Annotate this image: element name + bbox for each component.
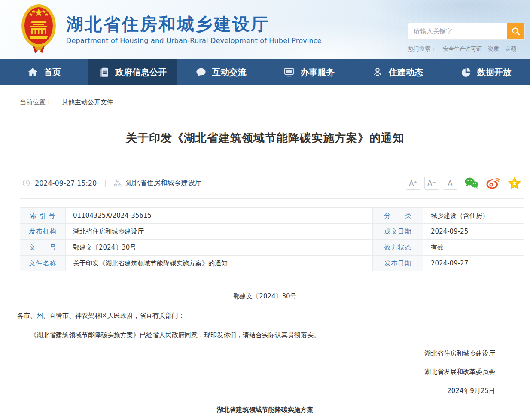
validity-label: 效力状态 xyxy=(373,240,423,256)
doc-number-label: 文 号 xyxy=(20,240,66,256)
site-title[interactable]: 湖北省住房和城乡建设厅 xyxy=(66,15,322,33)
table-row: 发布机构 湖北省住房和城乡建设厅 成文日期 2024-09-25 xyxy=(20,224,524,240)
site-header: 湖北省住房和城乡建设厅 Department of Housing and Ur… xyxy=(0,0,530,59)
body-paragraph: 《湖北省建筑领域节能降碳实施方案》已经省人民政府同意，现印发你们，请结合实际认真… xyxy=(17,331,513,340)
article-title: 关于印发《湖北省建筑领域节能降碳实施方案》的通知 xyxy=(26,131,504,146)
clock-icon xyxy=(22,179,30,187)
validity-value: 有效 xyxy=(423,240,524,256)
signer: 湖北省发展和改革委员会 xyxy=(17,368,513,377)
index-number-value: 01104325X/2024-35615 xyxy=(66,208,373,224)
breadcrumb-current[interactable]: 其他主动公开文件 xyxy=(62,98,113,106)
file-name-label: 文件名称 xyxy=(20,256,66,271)
font-reset-button[interactable]: A xyxy=(443,177,457,190)
hot-search-link[interactable]: 资质 xyxy=(488,45,499,53)
article-source: 湖北省住房和城乡建设厅 xyxy=(126,179,202,188)
nav-item-label: 住建动态 xyxy=(389,67,423,78)
search-button[interactable] xyxy=(507,23,524,39)
nav-item-interaction[interactable]: 互动交流 xyxy=(177,59,265,85)
qzone-star-icon[interactable] xyxy=(508,177,521,189)
nav-item-open-data[interactable]: 数据开放 xyxy=(442,59,530,85)
wechat-share-icon[interactable] xyxy=(464,177,479,189)
hot-search-link[interactable]: 定额 xyxy=(505,45,516,53)
national-emblem-logo xyxy=(20,3,58,56)
index-number-label: 索 引 号 xyxy=(20,208,66,224)
person-award-icon xyxy=(372,67,383,78)
issuer-value: 湖北省住房和城乡建设厅 xyxy=(66,224,373,240)
signer: 湖北省住房和城乡建设厅 xyxy=(17,349,513,358)
hot-search-link[interactable]: 安全生产许可证 xyxy=(443,45,482,53)
national-emblem-icon xyxy=(20,3,58,54)
written-date-label: 成文日期 xyxy=(373,224,423,240)
file-name-value: 关于印发《湖北省建筑领域节能降碳实施方案》的通知 xyxy=(66,256,373,271)
breadcrumb-label: 当前位置： xyxy=(20,98,52,106)
font-increase-button[interactable]: A⁺ xyxy=(406,177,420,190)
nav-item-label: 办事服务 xyxy=(300,67,335,78)
sign-date: 2024年9月25日 xyxy=(17,387,513,396)
nav-item-news[interactable]: 住建动态 xyxy=(353,59,442,85)
nav-item-home[interactable]: 首页 xyxy=(0,59,88,85)
document-icon xyxy=(98,67,110,78)
search-input[interactable] xyxy=(408,23,507,39)
category-value: 城乡建设（含住房） xyxy=(423,208,524,224)
monitor-icon xyxy=(283,67,295,78)
pie-chart-icon xyxy=(460,67,472,78)
home-icon xyxy=(27,67,38,78)
document-info-table: 索 引 号 01104325X/2024-35615 分 类 城乡建设（含住房）… xyxy=(20,207,524,271)
table-row: 文 号 鄂建文〔2024〕30号 效力状态 有效 xyxy=(20,240,524,256)
document-body: 鄂建文〔2024〕30号 各市、州、直管市、神农架林区人民政府，省直有关部门： … xyxy=(0,292,530,414)
doc-number-value: 鄂建文〔2024〕30号 xyxy=(66,240,373,256)
site-subtitle: Department of Housing and Urban-Rural De… xyxy=(66,37,322,45)
publish-date-value: 2024-09-27 xyxy=(423,256,524,271)
table-row: 文件名称 关于印发《湖北省建筑领域节能降碳实施方案》的通知 发布日期 2024-… xyxy=(20,256,524,271)
hot-search-label: 热门搜索： xyxy=(408,45,436,53)
written-date-value: 2024-09-25 xyxy=(423,224,524,240)
attachment-title: 湖北省建筑领域节能降碳实施方案 xyxy=(17,405,513,414)
breadcrumb: 当前位置： 其他主动公开文件 xyxy=(20,98,524,107)
search-icon xyxy=(511,27,521,36)
publish-date-label: 发布日期 xyxy=(373,256,423,271)
salutation: 各市、州、直管市、神农架林区人民政府，省直有关部门： xyxy=(17,311,513,320)
meta-divider: | xyxy=(104,179,106,187)
category-label: 分 类 xyxy=(373,208,423,224)
source-site-icon xyxy=(114,179,122,187)
article-meta-row: 2024-09-27 15:20 | 湖北省住房和城乡建设厅 A⁺ A⁻ A xyxy=(20,167,524,199)
nav-item-label: 首页 xyxy=(44,67,61,78)
nav-item-gov-info[interactable]: 政府信息公开 xyxy=(88,59,177,85)
nav-item-services[interactable]: 办事服务 xyxy=(265,59,353,85)
main-nav: 首页 政府信息公开 互动交流 办事服务 xyxy=(0,59,530,85)
nav-item-label: 政府信息公开 xyxy=(115,67,167,78)
document-number: 鄂建文〔2024〕30号 xyxy=(17,292,513,301)
table-row: 索 引 号 01104325X/2024-35615 分 类 城乡建设（含住房） xyxy=(20,208,524,224)
font-decrease-button[interactable]: A⁻ xyxy=(424,177,439,190)
nav-item-label: 数据开放 xyxy=(477,67,512,78)
issuer-label: 发布机构 xyxy=(20,224,66,240)
chat-bubble-icon xyxy=(195,67,207,78)
nav-item-label: 互动交流 xyxy=(212,67,247,78)
hot-search: 热门搜索： 安全生产许可证 资质 定额 xyxy=(408,45,525,53)
search-bar xyxy=(408,23,525,40)
weibo-share-icon[interactable] xyxy=(486,177,501,189)
publish-datetime: 2024-09-27 15:20 xyxy=(35,179,97,187)
